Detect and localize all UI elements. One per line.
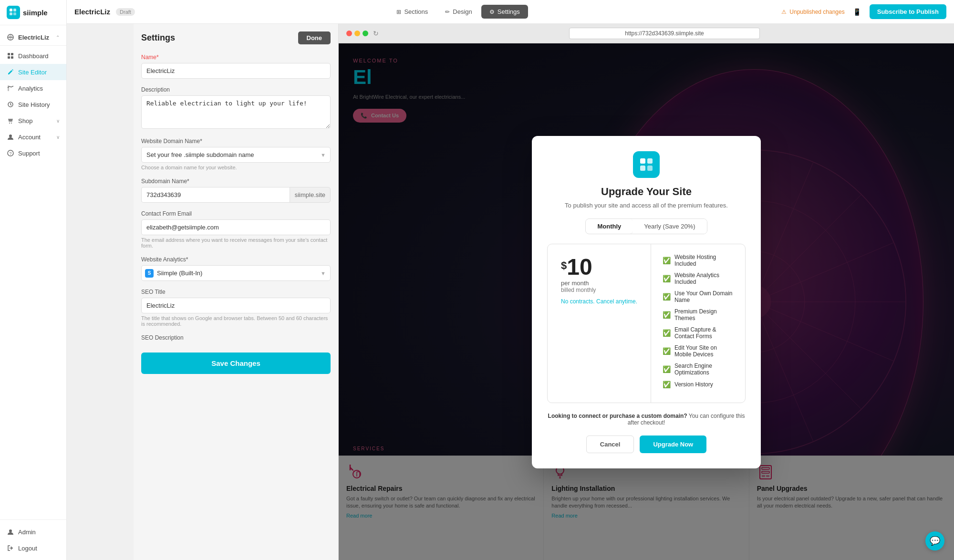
sidebar-item-site-editor[interactable]: Site Editor [0,64,66,80]
check-icon-4: ✅ [663,311,671,319]
analytics-badge-icon: S [145,269,154,278]
description-field-group: Description Reliable electrician to ligh… [141,86,331,130]
sidebar-item-analytics[interactable]: Analytics [0,80,66,96]
subdomain-field-group: Subdomain Name* siimple.site [141,178,331,203]
modal-subtitle: To publish your site and access all of t… [547,202,746,209]
sidebar-item-shop[interactable]: Shop ∨ [0,113,66,129]
tab-settings[interactable]: ⚙ Settings [481,5,528,19]
sidebar-item-account[interactable]: Account ∨ [0,129,66,145]
analytics-label: Website Analytics* [141,256,331,263]
check-icon-2: ✅ [663,275,671,282]
sidebar-item-support[interactable]: ? Support [0,145,66,161]
dot-green[interactable] [363,31,368,36]
modal-title: Upgrade Your Site [547,186,746,198]
cancel-button[interactable]: Cancel [586,436,634,453]
feature-email: ✅ Email Capture & Contact Forms [663,326,734,340]
description-label: Description [141,86,331,93]
site-selector-label: ElectricLiz [18,34,49,41]
check-icon-3: ✅ [663,293,671,301]
seo-title-input[interactable] [141,298,331,313]
svg-rect-2 [10,12,12,15]
sidebar-item-analytics-label: Analytics [18,85,43,92]
subdomain-input[interactable] [141,187,290,203]
svg-point-14 [9,135,12,137]
check-icon-7: ✅ [663,365,671,373]
pricing-billing: billed monthly [561,287,637,293]
done-button[interactable]: Done [298,31,331,44]
subdomain-row: siimple.site [141,187,331,203]
warning-icon: ⚠ [781,9,787,15]
sidebar-nav: ElectricLiz ⌃ Dashboard Site Editor Anal… [0,25,66,519]
analytics-field-group: Website Analytics* Siimple (Built-In) S … [141,256,331,281]
sidebar-item-support-label: Support [18,150,40,157]
device-icon[interactable]: 📱 [850,5,864,19]
site-editor-icon [7,68,14,76]
preview-area: ↻ https://732d343639.siimple.site [339,24,954,560]
browser-url[interactable]: https://732d343639.siimple.site [569,28,760,39]
shop-chevron: ∨ [56,118,60,124]
sidebar-item-site-editor-label: Site Editor [18,69,47,76]
email-hint: The email address where you want to rece… [141,237,331,249]
subscribe-button[interactable]: Subscribe to Publish [870,4,946,19]
dot-yellow[interactable] [354,31,360,36]
tab-sections-label: Sections [404,8,428,15]
description-textarea[interactable]: Reliable electrician to light up your li… [141,95,331,129]
tab-design[interactable]: ✏ Design [437,5,480,19]
sidebar-item-logout[interactable]: Logout [0,540,66,556]
pricing-note: No contracts. Cancel anytime. [561,298,637,305]
svg-rect-48 [647,166,653,171]
svg-rect-46 [647,158,653,164]
domain-hint: Choose a domain name for your website. [141,165,331,170]
sidebar: siimple ElectricLiz ⌃ Dashboard [0,0,67,560]
topbar-site-name: ElectricLiz [74,8,110,16]
tab-design-label: Design [453,8,472,15]
site-selector[interactable]: ElectricLiz ⌃ [0,29,66,46]
modal-actions: Cancel Upgrade Now [547,436,746,453]
save-changes-button[interactable]: Save Changes [141,353,331,374]
chat-bubble[interactable]: 💬 [925,531,944,550]
feature-mobile: ✅ Edit Your Site on Mobile Devices [663,344,734,358]
pricing-box: $10 per month billed monthly No contract… [547,244,746,403]
pricing-features: ✅ Website Hosting Included ✅ Website Ana… [651,244,745,403]
seo-hint: The title that shows on Google and brows… [141,315,331,327]
logout-icon [7,544,14,552]
warning-text: Unpublished changes [789,9,844,15]
domain-label: Website Domain Name* [141,138,331,145]
check-icon-1: ✅ [663,257,671,264]
upgrade-button[interactable]: Upgrade Now [640,436,706,453]
browser-refresh-icon[interactable]: ↻ [373,30,379,37]
svg-point-12 [9,123,10,124]
site-selector-chevron: ⌃ [56,35,60,40]
feature-seo: ✅ Search Engine Optimizations [663,363,734,376]
dot-red[interactable] [346,31,352,36]
sidebar-item-admin-label: Admin [18,529,36,536]
sidebar-item-admin[interactable]: Admin [0,524,66,540]
name-field-group: Name* [141,54,331,79]
email-label: Contact Form Email [141,210,331,217]
topbar-warning: ⚠ Unpublished changes [781,9,844,15]
settings-icon: ⚙ [489,9,495,15]
svg-rect-7 [11,53,13,55]
sidebar-item-site-history[interactable]: Site History [0,96,66,113]
account-icon [7,133,14,141]
settings-panel: Settings Done Name* Description Reliable… [134,24,339,560]
logo-icon [7,6,20,19]
svg-rect-9 [11,56,13,59]
app-logo[interactable]: siimple [0,0,66,25]
email-input[interactable] [141,219,331,235]
svg-rect-45 [640,158,645,164]
tab-sections[interactable]: ⊞ Sections [388,5,436,19]
preview-content: WELCOME TO El At BrightWire Electrical, … [339,43,954,560]
sidebar-item-dashboard[interactable]: Dashboard [0,48,66,64]
subdomain-label: Subdomain Name* [141,178,331,185]
billing-tab-yearly[interactable]: Yearly (Save 20%) [633,219,706,234]
sidebar-item-dashboard-label: Dashboard [18,52,49,60]
name-input[interactable] [141,63,331,79]
analytics-select[interactable]: Siimple (Built-In) [141,265,331,281]
svg-rect-8 [8,56,10,59]
email-field-group: Contact Form Email The email address whe… [141,210,331,249]
name-label: Name* [141,54,331,61]
billing-tab-monthly[interactable]: Monthly [586,219,633,234]
domain-select[interactable]: Set your free .siimple subdomain name [141,147,331,163]
feature-domain: ✅ Use Your Own Domain Name [663,290,734,303]
